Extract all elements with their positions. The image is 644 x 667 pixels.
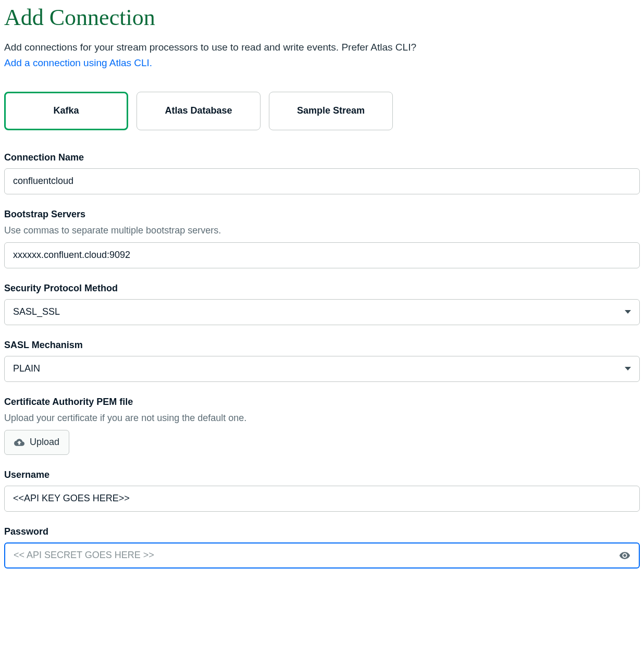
label-bootstrap-servers: Bootstrap Servers [4,209,640,220]
select-sasl-mechanism-value: PLAIN [13,363,40,374]
label-password: Password [4,526,640,537]
tab-sample-stream[interactable]: Sample Stream [269,92,393,130]
field-sasl-mechanism: SASL Mechanism PLAIN [4,340,640,382]
field-security-protocol: Security Protocol Method SASL_SSL [4,283,640,325]
label-username: Username [4,470,640,480]
field-password: Password [4,526,640,569]
connection-type-tabs: Kafka Atlas Database Sample Stream [4,92,640,130]
field-connection-name: Connection Name [4,152,640,194]
caret-down-icon [625,310,631,314]
page-title: Add Connection [4,4,640,31]
field-bootstrap-servers: Bootstrap Servers Use commas to separate… [4,209,640,268]
tab-atlas-database[interactable]: Atlas Database [137,92,261,130]
toggle-password-visibility[interactable] [617,548,633,563]
page-description: Add connections for your stream processo… [4,40,640,55]
tab-kafka[interactable]: Kafka [4,92,128,130]
field-username: Username [4,470,640,512]
eye-icon [619,550,630,561]
select-sasl-mechanism[interactable]: PLAIN [4,356,640,382]
field-ca-pem: Certificate Authority PEM file Upload yo… [4,397,640,455]
select-security-protocol-value: SASL_SSL [13,306,60,317]
label-security-protocol: Security Protocol Method [4,283,640,294]
input-username[interactable] [4,486,640,512]
upload-button[interactable]: Upload [4,430,69,455]
input-password[interactable] [4,542,640,569]
input-bootstrap-servers[interactable] [4,242,640,268]
label-ca-pem: Certificate Authority PEM file [4,397,640,407]
hint-ca-pem: Upload your certificate if you are not u… [4,413,640,424]
cli-link[interactable]: Add a connection using Atlas CLI. [4,57,152,68]
label-connection-name: Connection Name [4,152,640,163]
caret-down-icon [625,367,631,370]
hint-bootstrap-servers: Use commas to separate multiple bootstra… [4,225,640,236]
label-sasl-mechanism: SASL Mechanism [4,340,640,351]
cloud-upload-icon [14,438,24,447]
upload-button-label: Upload [30,437,59,448]
select-security-protocol[interactable]: SASL_SSL [4,299,640,325]
input-connection-name[interactable] [4,168,640,194]
